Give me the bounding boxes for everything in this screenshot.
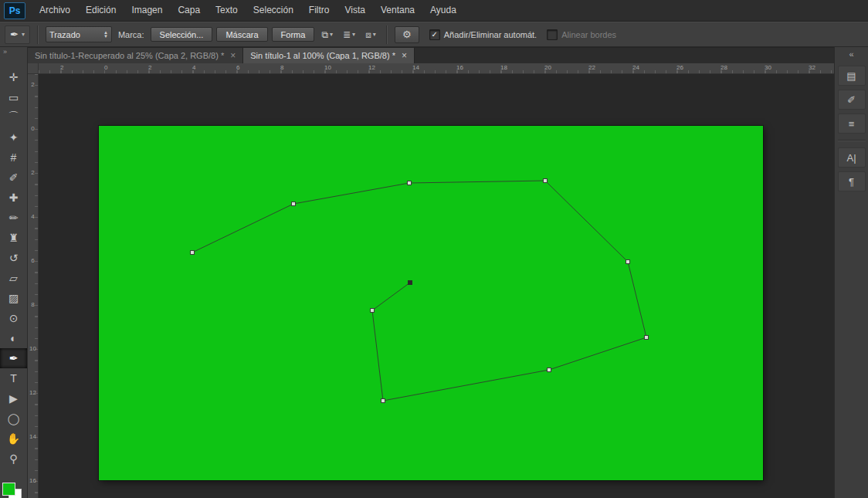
path-anchor-9[interactable] — [371, 309, 375, 313]
panel-icons: ▤✐≡A|¶ — [835, 61, 868, 191]
dodge-tool-icon: ◐ — [10, 332, 16, 344]
healing-brush-tool[interactable]: ✚ — [0, 188, 27, 208]
ruler-number: 8 — [29, 302, 37, 346]
pick-tool-mode-select[interactable]: Trazado ▲ ▼ — [46, 26, 112, 42]
magic-wand-tool[interactable]: ✦ — [0, 127, 27, 147]
path-anchor-10[interactable] — [409, 281, 412, 285]
path-anchor-2[interactable] — [292, 202, 296, 206]
lasso-tool[interactable]: ⌒ — [0, 107, 27, 127]
path-anchor-4[interactable] — [544, 179, 548, 183]
ruler-number: 12 — [29, 390, 37, 434]
eraser-tool[interactable]: ▱ — [0, 268, 27, 288]
pen-path[interactable] — [99, 126, 763, 480]
mascara-button[interactable]: Máscara — [216, 27, 267, 42]
histogram-panel-icon: ▤ — [846, 70, 856, 82]
hand-tool[interactable]: ✋ — [0, 429, 27, 449]
blur-tool[interactable]: ⊙ — [0, 308, 27, 328]
rectangular-marquee-tool[interactable]: ▭ — [0, 87, 27, 107]
path-selection-tool-icon: ▶ — [9, 392, 18, 405]
tool-presets-panel-icon: ✐ — [847, 94, 856, 106]
auto-add-delete-option: ✓ Añadir/Eliminar automát. — [429, 29, 537, 40]
brush-tool-icon: ✏ — [9, 212, 19, 224]
horizontal-ruler[interactable]: 202468101214161820222426283032 — [39, 63, 834, 74]
move-tool[interactable]: ✛ — [0, 67, 27, 87]
panels-expand-icon[interactable]: « — [835, 47, 868, 61]
seleccion-button[interactable]: Selección... — [151, 27, 213, 42]
pen-tool[interactable]: ✒ — [0, 348, 27, 368]
ruler-number: 10 — [29, 346, 37, 390]
canvas[interactable] — [99, 126, 763, 480]
lasso-tool-icon: ⌒ — [8, 110, 19, 124]
crop-tool-icon: # — [11, 151, 17, 164]
menu-capa[interactable]: Capa — [170, 5, 208, 15]
menu-vista[interactable]: Vista — [337, 5, 372, 15]
path-arrange-icon: ⧈ — [365, 29, 371, 40]
brush-tool[interactable]: ✏ — [0, 208, 27, 228]
ruler-number: 16 — [456, 63, 500, 73]
tab-close-icon[interactable]: × — [402, 50, 407, 61]
menu-edicion[interactable]: Edición — [78, 5, 124, 15]
clone-stamp-tool[interactable]: ♜ — [0, 228, 27, 248]
menu-ventana[interactable]: Ventana — [373, 5, 422, 15]
color-swatches — [0, 469, 27, 498]
rectangular-marquee-tool-icon: ▭ — [8, 91, 19, 103]
history-brush-tool[interactable]: ↺ — [0, 248, 27, 268]
marca-label: Marca: — [118, 30, 144, 39]
path-anchor-5[interactable] — [626, 260, 630, 264]
ruler-number: 18 — [500, 63, 544, 73]
path-anchor-8[interactable] — [381, 399, 385, 403]
menu-bar: Ps ArchivoEdiciónImagenCapaTextoSelecció… — [0, 0, 868, 22]
menu-seleccion[interactable]: Selección — [246, 5, 301, 15]
path-selection-tool[interactable]: ▶ — [0, 388, 27, 408]
tab-title: Sin título-1-Recuperado al 25% (Capa 2, … — [35, 51, 224, 60]
check-icon: ✓ — [432, 31, 438, 39]
align-edges-checkbox[interactable] — [547, 29, 558, 40]
tab-close-icon[interactable]: × — [230, 50, 236, 61]
menu-archivo[interactable]: Archivo — [32, 5, 78, 15]
path-arrange-dropdown[interactable]: ⧈ ▾ — [362, 27, 379, 42]
properties-panel-button[interactable]: ≡ — [838, 113, 866, 134]
tool-preset-picker[interactable]: ✒ ▾ — [5, 25, 30, 44]
canvas-viewport[interactable] — [39, 74, 834, 498]
gear-settings-button[interactable]: ⚙ — [395, 26, 419, 43]
pen-tool-icon: ✒ — [9, 352, 19, 364]
zoom-tool[interactable]: ⚲ — [0, 449, 27, 469]
forma-button[interactable]: Forma — [272, 27, 315, 42]
tools-panel: » ✛▭⌒✦#✐✚✏♜↺▱▨⊙◐✒T▶◯✋⚲ — [0, 47, 28, 498]
gradient-tool-icon: ▨ — [8, 292, 19, 304]
vertical-ruler[interactable]: 20246810121416 — [28, 74, 39, 498]
path-alignment-dropdown[interactable]: ≣ ▾ — [340, 27, 358, 42]
menu-ayuda[interactable]: Ayuda — [422, 5, 464, 15]
document-tab-2[interactable]: Sin título-1 al 100% (Capa 1, RGB/8) *× — [243, 48, 415, 63]
path-anchor-3[interactable] — [408, 181, 412, 185]
healing-brush-tool-icon: ✚ — [9, 191, 19, 204]
gradient-tool[interactable]: ▨ — [0, 288, 27, 308]
panel-icon-strip: « ▤✐≡A|¶ — [834, 47, 868, 498]
tools-collapse-icon[interactable]: » — [0, 47, 27, 57]
menu-filtro[interactable]: Filtro — [301, 5, 337, 15]
path-alignment-icon: ≣ — [343, 29, 351, 40]
ruler-origin-corner[interactable] — [28, 63, 39, 74]
paragraph-panel-icon: ¶ — [849, 176, 854, 188]
type-tool[interactable]: T — [0, 368, 27, 388]
history-brush-tool-icon: ↺ — [9, 252, 19, 264]
menu-imagen[interactable]: Imagen — [124, 5, 170, 15]
select-arrows-icon: ▲ ▼ — [103, 31, 108, 39]
paragraph-panel-button[interactable]: ¶ — [838, 171, 866, 191]
tool-presets-panel-button[interactable]: ✐ — [838, 90, 866, 110]
document-tab-1[interactable]: Sin título-1-Recuperado al 25% (Capa 2, … — [28, 48, 243, 63]
path-anchor-7[interactable] — [548, 368, 551, 372]
character-panel-button[interactable]: A| — [838, 147, 866, 168]
path-anchor-6[interactable] — [645, 336, 649, 340]
crop-tool[interactable]: # — [0, 147, 27, 168]
foreground-color-swatch[interactable] — [2, 483, 15, 496]
auto-add-delete-checkbox[interactable]: ✓ — [429, 29, 440, 40]
menu-texto[interactable]: Texto — [208, 5, 246, 15]
eyedropper-tool[interactable]: ✐ — [0, 168, 27, 188]
path-anchor-1[interactable] — [191, 251, 195, 255]
dodge-tool[interactable]: ◐ — [0, 328, 27, 348]
chevron-down-icon: ▾ — [352, 31, 355, 38]
histogram-panel-button[interactable]: ▤ — [838, 66, 866, 86]
path-operations-dropdown[interactable]: ⧉ ▾ — [318, 27, 336, 42]
ellipse-tool[interactable]: ◯ — [0, 408, 27, 429]
